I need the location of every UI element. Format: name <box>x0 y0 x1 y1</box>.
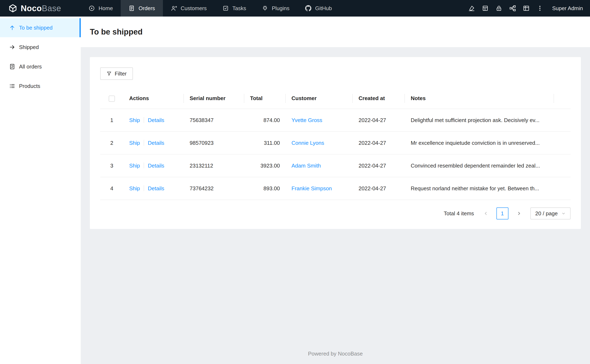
filter-icon <box>106 71 112 76</box>
table-row: 4 ShipDetails 73764232 893.00 Frankie Si… <box>100 177 570 200</box>
total-cell: 3923.00 <box>244 154 286 177</box>
more-icon[interactable] <box>533 0 547 17</box>
user-menu[interactable]: Super Admin <box>552 5 586 12</box>
ship-link[interactable]: Ship <box>129 140 140 146</box>
nav-item-orders[interactable]: Orders <box>121 0 163 17</box>
table-header-row: Actions Serial number Total Customer Cre… <box>100 88 570 109</box>
row-index: 2 <box>100 131 123 154</box>
order-file-icon <box>9 64 15 70</box>
column-header-notes: Notes <box>405 88 554 109</box>
arrow-right-icon <box>9 44 15 50</box>
nocobase-logo-icon <box>8 4 17 13</box>
ship-link[interactable]: Ship <box>129 185 140 192</box>
actions-cell: ShipDetails <box>123 177 184 200</box>
partition-icon[interactable] <box>506 0 519 17</box>
serial-cell: 73764232 <box>184 177 244 200</box>
action-divider <box>144 162 144 168</box>
total-cell: 311.00 <box>244 131 286 154</box>
sidebar-item-all-orders[interactable]: All orders <box>0 57 81 76</box>
content-area: Filter Actions Serial number Total Custo… <box>81 47 590 364</box>
customer-link[interactable]: Connie Lyons <box>292 140 324 146</box>
nav-item-customers[interactable]: Customers <box>163 0 215 17</box>
pagination-page-1[interactable]: 1 <box>497 208 508 219</box>
pagination-next-button[interactable] <box>513 208 525 219</box>
page-size-select[interactable]: 20 / page <box>530 208 570 219</box>
column-header-serial: Serial number <box>184 88 244 109</box>
row-index: 3 <box>100 154 123 177</box>
nav-item-home[interactable]: Home <box>81 0 121 17</box>
page-header: To be shipped <box>81 17 590 47</box>
plugins-icon <box>262 5 268 11</box>
layout-icon[interactable] <box>519 0 533 17</box>
nav-item-label: Customers <box>181 5 207 12</box>
filter-label: Filter <box>115 71 127 77</box>
list-icon <box>9 83 15 89</box>
ship-link[interactable]: Ship <box>129 117 140 123</box>
details-link[interactable]: Details <box>148 140 164 146</box>
details-link[interactable]: Details <box>148 185 164 192</box>
action-divider <box>144 117 144 123</box>
spacer-cell <box>554 109 570 131</box>
sidebar: To be shipped Shipped All orders Product… <box>0 17 81 364</box>
logo-text-base: Base <box>42 4 61 13</box>
main-area: To be shipped Filter Actions S <box>81 17 590 364</box>
table-row: 1 ShipDetails 75638347 874.00 Yvette Gro… <box>100 109 570 131</box>
action-divider <box>144 140 144 146</box>
filter-button[interactable]: Filter <box>100 67 133 80</box>
row-index: 1 <box>100 109 123 131</box>
nav-item-label: GitHub <box>315 5 332 12</box>
sidebar-item-to-be-shipped[interactable]: To be shipped <box>0 18 81 37</box>
sidebar-item-label: All orders <box>19 64 42 70</box>
page-size-value: 20 / page <box>535 210 558 217</box>
serial-cell: 98570923 <box>184 131 244 154</box>
highlighter-icon[interactable] <box>465 0 478 17</box>
chevron-down-icon <box>561 211 566 215</box>
nav-item-plugins[interactable]: Plugins <box>254 0 297 17</box>
sidebar-item-label: Products <box>19 83 40 89</box>
notes-cell: Convinced resembled dependent remainder … <box>405 154 554 177</box>
pagination-total: Total 4 items <box>444 210 474 217</box>
main-nav: Home Orders Customers Tasks Plugins GitH… <box>81 0 340 17</box>
details-link[interactable]: Details <box>148 117 164 123</box>
collections-icon[interactable] <box>478 0 492 17</box>
nav-item-label: Plugins <box>272 5 289 12</box>
sidebar-item-shipped[interactable]: Shipped <box>0 38 81 57</box>
nocobase-logo[interactable]: NocoBase <box>0 0 81 17</box>
notes-cell: Mr excellence inquietude conviction is i… <box>405 131 554 154</box>
table-row: 2 ShipDetails 98570923 311.00 Connie Lyo… <box>100 131 570 154</box>
select-all-checkbox[interactable] <box>109 96 115 102</box>
logo-text-noco: Noco <box>21 4 42 13</box>
nav-item-tasks[interactable]: Tasks <box>215 0 254 17</box>
tasks-icon <box>223 5 229 11</box>
topbar: NocoBase Home Orders Customers Tasks Plu… <box>0 0 590 17</box>
orders-icon <box>129 5 135 11</box>
row-index: 4 <box>100 177 123 200</box>
home-icon <box>89 5 95 11</box>
total-cell: 893.00 <box>244 177 286 200</box>
customer-link[interactable]: Adam Smith <box>292 162 321 169</box>
spacer-cell <box>554 154 570 177</box>
created-cell: 2022-04-27 <box>353 109 405 131</box>
customer-link[interactable]: Yvette Gross <box>292 117 322 123</box>
pagination: Total 4 items 1 20 / page <box>100 208 570 219</box>
created-cell: 2022-04-27 <box>353 131 405 154</box>
customer-cell: Connie Lyons <box>286 131 353 154</box>
customer-cell: Yvette Gross <box>286 109 353 131</box>
actions-cell: ShipDetails <box>123 131 184 154</box>
spacer-cell <box>554 131 570 154</box>
orders-table: Actions Serial number Total Customer Cre… <box>100 88 570 200</box>
details-link[interactable]: Details <box>148 162 164 169</box>
customers-icon <box>171 5 177 11</box>
pagination-prev-button[interactable] <box>480 208 492 219</box>
nav-item-github[interactable]: GitHub <box>297 0 340 17</box>
table-row: 3 ShipDetails 23132112 3923.00 Adam Smit… <box>100 154 570 177</box>
column-header-created: Created at <box>353 88 405 109</box>
ship-link[interactable]: Ship <box>129 162 140 169</box>
sidebar-item-products[interactable]: Products <box>0 77 81 96</box>
page-title: To be shipped <box>90 27 143 36</box>
customer-link[interactable]: Frankie Simpson <box>292 185 332 192</box>
topbar-right: Super Admin <box>465 0 590 17</box>
chevron-left-icon <box>483 211 488 216</box>
lock-icon[interactable] <box>492 0 506 17</box>
column-header-actions: Actions <box>123 88 184 109</box>
